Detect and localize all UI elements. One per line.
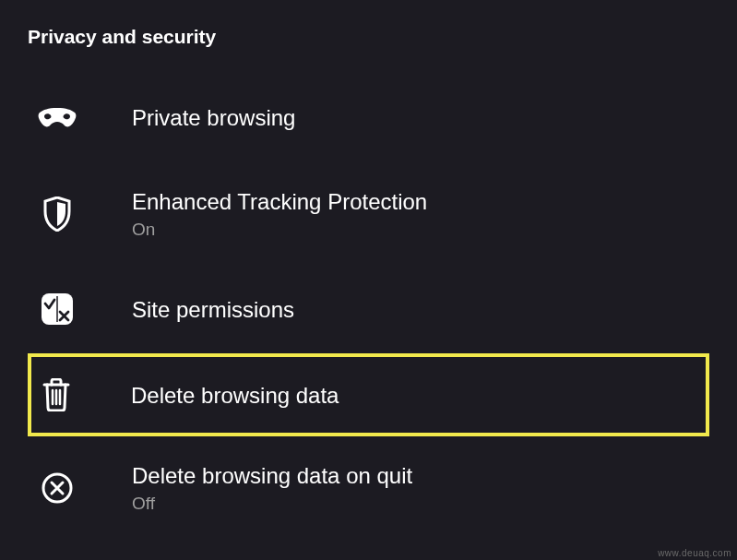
permissions-icon bbox=[38, 290, 77, 328]
setting-title: Site permissions bbox=[132, 295, 294, 324]
setting-title: Delete browsing data bbox=[131, 381, 339, 410]
setting-status: On bbox=[132, 220, 427, 240]
close-circle-icon bbox=[38, 469, 77, 507]
setting-site-permissions[interactable]: Site permissions bbox=[28, 265, 709, 353]
settings-list: Private browsing Enhanced Tracking Prote… bbox=[28, 74, 709, 539]
setting-title: Private browsing bbox=[132, 103, 295, 132]
setting-private-browsing[interactable]: Private browsing bbox=[28, 74, 709, 162]
watermark: www.deuaq.com bbox=[658, 548, 731, 558]
section-header: Privacy and security bbox=[28, 26, 709, 48]
setting-enhanced-tracking-protection[interactable]: Enhanced Tracking Protection On bbox=[28, 162, 709, 265]
setting-title: Delete browsing data on quit bbox=[132, 461, 412, 490]
setting-title: Enhanced Tracking Protection bbox=[132, 187, 427, 216]
trash-icon bbox=[37, 375, 76, 414]
shield-icon bbox=[38, 195, 77, 233]
setting-status: Off bbox=[132, 494, 412, 514]
setting-delete-browsing-data-on-quit[interactable]: Delete browsing data on quit Off bbox=[28, 436, 709, 539]
privacy-security-section: Privacy and security Private browsing bbox=[0, 0, 737, 560]
mask-icon bbox=[38, 99, 77, 137]
setting-delete-browsing-data[interactable]: Delete browsing data bbox=[28, 353, 709, 436]
